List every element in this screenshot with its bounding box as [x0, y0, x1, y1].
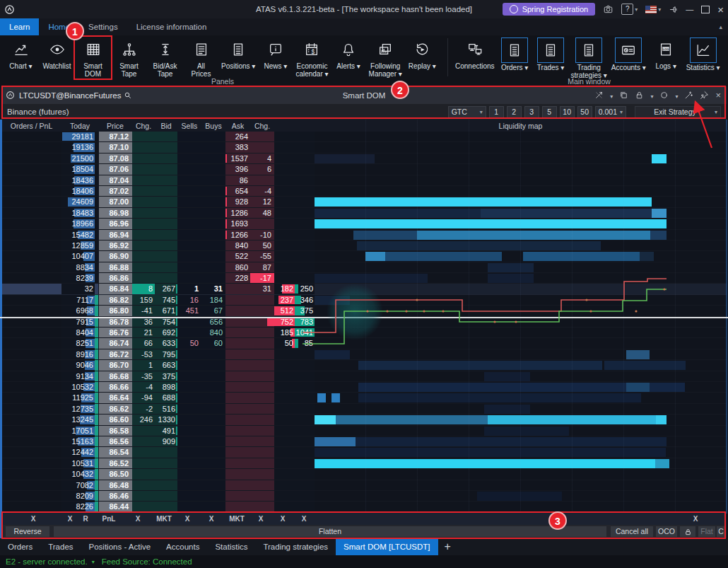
orders-pnl-cell[interactable]	[1, 306, 61, 315]
quick-button-x-7[interactable]: X	[209, 513, 214, 525]
ribbon-item-news[interactable]: News ▾	[257, 37, 293, 71]
price-cell[interactable]: 86.46	[98, 491, 132, 501]
unlink-icon[interactable]	[594, 91, 604, 100]
ask-cell[interactable]	[225, 415, 250, 424]
price-cell[interactable]: 86.70	[98, 360, 132, 370]
price-cell[interactable]: 87.02	[98, 186, 132, 196]
chevron-down-icon[interactable]: ▾	[610, 91, 613, 100]
price-cell[interactable]: 87.12	[98, 132, 132, 141]
quick-button-x-1[interactable]: X	[68, 513, 73, 525]
price-cell[interactable]: 86.98	[98, 208, 132, 218]
bid-cell[interactable]	[155, 186, 177, 196]
bid-cell[interactable]	[155, 164, 177, 174]
column-header-bid[interactable]: Bid	[155, 122, 177, 130]
ask-cell[interactable]	[225, 328, 250, 337]
collapse-ribbon-icon[interactable]: ▴	[719, 18, 722, 35]
column-header-price[interactable]: Price	[98, 122, 132, 130]
ribbon-tab-settings[interactable]: Settings	[79, 18, 127, 35]
dom-row-86.84[interactable]: 3286.84826713131182250	[1, 284, 727, 294]
dom-row-86.48[interactable]: 708286.48	[1, 480, 727, 491]
orders-pnl-cell[interactable]	[1, 447, 61, 457]
price-cell[interactable]: 86.48	[98, 480, 132, 490]
ribbon-item-smart-tape[interactable]: Smart Tape	[111, 37, 147, 79]
ribbon-item-smart-dom[interactable]: Smart DOM	[75, 37, 111, 79]
orders-pnl-cell[interactable]	[1, 360, 61, 370]
dom-row-86.44[interactable]: 822686.44	[1, 502, 727, 512]
orders-pnl-cell[interactable]	[1, 502, 61, 511]
bid-cell[interactable]: 795	[155, 349, 177, 359]
orders-pnl-cell[interactable]	[1, 164, 61, 174]
help-menu[interactable]: ? ▾	[621, 4, 638, 15]
orders-pnl-cell[interactable]	[1, 273, 61, 283]
workspace-tab-smart-dom-ltcusdt-[interactable]: Smart DOM [LTCUSDT]	[336, 538, 438, 555]
dom-row-86.88[interactable]: 883486.8886087	[1, 262, 727, 273]
bid-cell[interactable]: 516	[155, 404, 177, 414]
lock-icon[interactable]	[635, 91, 644, 100]
ask-cell[interactable]	[225, 447, 250, 457]
price-cell[interactable]: 87.04	[98, 175, 132, 185]
dom-row-86.92[interactable]: 1285986.9284050	[1, 240, 727, 251]
price-cell[interactable]: 86.76	[98, 328, 132, 337]
dom-row-86.58[interactable]: 1705186.58491	[1, 426, 727, 436]
bid-cell[interactable]	[155, 208, 177, 218]
bid-cell[interactable]: 375	[155, 371, 177, 381]
ask-cell[interactable]	[225, 426, 250, 436]
price-cell[interactable]: 87.08	[98, 153, 132, 163]
price-cell[interactable]: 86.82	[98, 295, 132, 305]
dom-row-87.02[interactable]: 1840687.02654-4	[1, 186, 727, 197]
dom-row-86.86[interactable]: 823986.86228-17	[1, 273, 727, 284]
column-header-orders-pnl[interactable]: Orders / PnL	[1, 122, 61, 130]
dom-row-87.00[interactable]: 2460987.0092812	[1, 197, 727, 207]
dom-row-86.96[interactable]: 1896686.961693	[1, 219, 727, 229]
quick-button-r-2[interactable]: R	[83, 513, 88, 525]
dom-row-86.46[interactable]: 820986.46	[1, 491, 727, 502]
workspace-tab-trading-strategies[interactable]: Trading strategies	[255, 538, 336, 555]
flatten-button[interactable]: Flatten	[54, 526, 606, 537]
column-header-chg-[interactable]: Chg.	[250, 122, 274, 130]
chevron-down-icon[interactable]: ▾	[92, 559, 95, 565]
qty-button-50[interactable]: 50	[577, 106, 592, 118]
price-cell[interactable]: 86.84	[98, 284, 132, 294]
orders-pnl-cell[interactable]	[1, 219, 61, 228]
bid-cell[interactable]	[155, 153, 177, 163]
c-button[interactable]: C	[717, 526, 725, 537]
price-cell[interactable]: 86.68	[98, 371, 132, 381]
ask-cell[interactable]	[225, 295, 250, 305]
instrument-selector[interactable]: LTCUSDT@BinanceFutures	[19, 91, 121, 100]
ribbon-item-following-manager[interactable]: Following Manager ▾	[367, 37, 404, 79]
ask-cell[interactable]	[225, 382, 250, 392]
price-cell[interactable]: 86.56	[98, 436, 132, 446]
orders-pnl-cell[interactable]	[1, 328, 61, 337]
bid-cell[interactable]	[155, 132, 177, 141]
ask-cell[interactable]	[225, 360, 250, 370]
lock-button[interactable]	[680, 526, 695, 537]
quick-button-x-9[interactable]: X	[259, 513, 264, 525]
price-cell[interactable]: 86.44	[98, 502, 132, 511]
ask-cell[interactable]: 264	[225, 132, 250, 141]
bid-cell[interactable]	[155, 447, 177, 457]
dom-row-87.04[interactable]: 1843687.0486	[1, 175, 727, 186]
exit-strategy-selector[interactable]: Exit Strategy▾	[635, 106, 721, 118]
orders-pnl-cell[interactable]	[1, 284, 61, 294]
ribbon-item-trades[interactable]: Trades ▾	[533, 37, 569, 72]
price-cell[interactable]: 86.64	[98, 393, 132, 402]
price-cell[interactable]: 86.94	[98, 230, 132, 240]
ask-cell[interactable]	[225, 436, 250, 446]
qty-button-1[interactable]: 1	[489, 106, 504, 118]
column-header-sells[interactable]: Sells	[177, 122, 201, 130]
ask-cell[interactable]: 522	[225, 251, 250, 261]
ask-cell[interactable]	[225, 284, 250, 294]
bid-cell[interactable]: 663	[155, 360, 177, 370]
price-cell[interactable]: 86.96	[98, 219, 132, 228]
orders-pnl-cell[interactable]	[1, 153, 61, 163]
dom-row-86.94[interactable]: 1548286.941266-10	[1, 230, 727, 240]
dom-row-87.10[interactable]: 1913687.10383	[1, 142, 727, 153]
ask-cell[interactable]: 1266	[225, 230, 250, 240]
bid-cell[interactable]: 688	[155, 393, 177, 402]
price-cell[interactable]: 86.74	[98, 338, 132, 348]
bid-cell[interactable]: 692	[155, 328, 177, 337]
orders-pnl-cell[interactable]	[1, 436, 61, 446]
bid-cell[interactable]	[155, 219, 177, 228]
orders-pnl-cell[interactable]	[1, 186, 61, 196]
price-cell[interactable]: 86.50	[98, 469, 132, 479]
